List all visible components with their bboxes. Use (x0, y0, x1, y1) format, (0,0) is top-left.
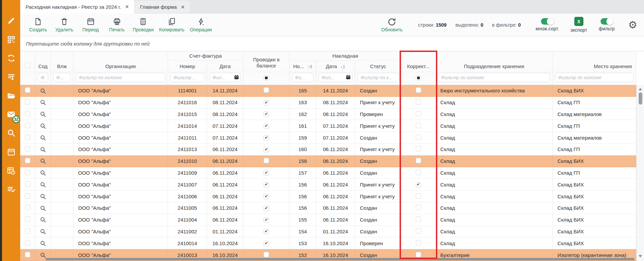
row-select-checkbox[interactable] (25, 228, 30, 234)
prov-checkbox[interactable] (264, 170, 269, 176)
table-row[interactable]: ООО "Альфа"241101608.11.202416308.11.202… (20, 97, 636, 109)
korr-checkbox[interactable] (416, 158, 421, 163)
gear-icon[interactable]: ⚙ (628, 20, 637, 30)
select-all-checkbox[interactable] (25, 63, 30, 68)
filter-input-org[interactable] (76, 73, 165, 82)
table-row[interactable]: ООО "Альфа"241100706.11.202415606.11.202… (20, 179, 636, 191)
prov-checkbox[interactable] (264, 206, 269, 211)
korr-checkbox[interactable] (416, 111, 421, 116)
sidebar-item-mail[interactable]: 32 (2, 105, 20, 124)
sidebar-item-edit[interactable] (2, 11, 20, 30)
filter-input-podr[interactable] (438, 73, 550, 82)
sidebar-item-codes[interactable] (2, 30, 20, 49)
sidebar-item-tasks[interactable] (2, 180, 20, 199)
table-row[interactable]: ООО "Альфа"241101306.11.202416006.11.202… (20, 144, 636, 155)
korr-checkbox[interactable] (416, 123, 421, 128)
row-select-checkbox[interactable] (25, 170, 30, 175)
magnifier-icon[interactable] (40, 123, 46, 129)
row-select-checkbox[interactable] (25, 99, 30, 105)
magnifier-icon[interactable] (40, 205, 46, 211)
filter-input-mesto[interactable] (555, 73, 634, 82)
korr-checkbox[interactable] (416, 182, 421, 187)
column-header-mesto[interactable]: Место хранения (553, 51, 636, 72)
filter-input-vlzh[interactable] (53, 73, 71, 82)
prov-checkbox[interactable] (264, 241, 269, 246)
prov-checkbox[interactable] (264, 112, 269, 117)
table-row[interactable]: ООО "Альфа"241001416.10.202415316.10.202… (20, 237, 636, 249)
row-select-checkbox[interactable] (25, 135, 30, 140)
postings-button[interactable]: Проводки (133, 17, 154, 32)
table-row[interactable]: ООО "Альфа"241100906.11.202415706.11.202… (20, 167, 636, 179)
magnifier-icon[interactable] (40, 135, 46, 141)
print-button[interactable]: Печать (106, 17, 127, 32)
korr-checkbox[interactable] (416, 205, 421, 210)
table-row[interactable]: ООО "Альфа"241100506.11.202415606.11.202… (20, 202, 636, 214)
magnifier-icon[interactable] (40, 181, 46, 188)
prov-checkbox[interactable] (264, 147, 269, 152)
prov-checkbox[interactable] (264, 218, 269, 223)
row-select-checkbox[interactable] (25, 146, 30, 151)
row-select-checkbox[interactable] (25, 87, 30, 93)
tab-invoice-register[interactable]: Расходная накладная - Реестр за 2024 г. … (20, 0, 134, 13)
bool-filter-checkbox[interactable] (416, 75, 421, 81)
korr-checkbox[interactable] (416, 99, 421, 105)
row-select-checkbox[interactable] (25, 193, 30, 199)
scrollbar-thumb[interactable] (639, 92, 642, 105)
row-select-checkbox[interactable] (25, 216, 30, 222)
sidebar-item-calendar[interactable] (2, 143, 20, 162)
magnifier-icon[interactable] (40, 111, 46, 117)
row-select-checkbox[interactable] (25, 252, 30, 257)
filter-toggle[interactable]: фильтр (599, 18, 615, 31)
korr-checkbox[interactable] (416, 240, 421, 245)
prov-checkbox[interactable] (264, 100, 269, 106)
export-button[interactable]: X экспорт (571, 17, 587, 33)
column-header-sf_date[interactable]: Дата (207, 61, 243, 72)
bool-filter-checkbox[interactable] (264, 75, 269, 81)
table-row[interactable]: ООО "Альфа"111400114.11.202416514.11.202… (20, 85, 636, 97)
sidebar-item-import[interactable] (2, 68, 20, 87)
vertical-scrollbar[interactable] (636, 85, 644, 261)
horizontal-scrollbar[interactable] (45, 258, 635, 260)
row-select-checkbox[interactable] (25, 181, 30, 187)
row-select-checkbox[interactable] (25, 123, 30, 128)
close-icon[interactable]: ✕ (125, 4, 129, 9)
column-header-sf_num[interactable]: Номер (168, 61, 207, 72)
filter-input-sf_num[interactable] (170, 73, 204, 82)
magnifier-icon[interactable] (40, 170, 46, 176)
korr-checkbox[interactable] (416, 193, 421, 199)
sidebar-item-search[interactable] (2, 124, 20, 143)
magnifier-icon[interactable] (40, 240, 46, 246)
multisort-toggle[interactable]: множ.сорт. (536, 18, 559, 31)
table-row[interactable]: ООО "Альфа"241101508.11.202416208.11.202… (20, 109, 636, 120)
prov-checkbox[interactable] (264, 135, 269, 141)
close-icon[interactable]: ✕ (181, 4, 185, 10)
prov-checkbox[interactable] (264, 252, 269, 257)
korr-checkbox[interactable] (416, 252, 421, 257)
row-select-checkbox[interactable] (25, 240, 30, 245)
sidebar-item-sync[interactable] (2, 49, 20, 68)
column-header-podr[interactable]: Подразделение хранения (436, 51, 553, 72)
prov-checkbox[interactable] (264, 182, 269, 187)
scroll-up-icon[interactable] (639, 88, 642, 90)
filter-input-sod[interactable] (38, 73, 48, 82)
magnifier-icon[interactable] (40, 216, 46, 223)
table-row[interactable]: ООО "Альфа"241101407.11.202416107.11.202… (20, 120, 636, 132)
delete-button[interactable]: Удалить (54, 17, 75, 32)
table-row[interactable]: ООО "Альфа"241100606.11.202415606.11.202… (20, 191, 636, 202)
prov-checkbox[interactable] (264, 194, 269, 199)
korr-checkbox[interactable] (416, 216, 421, 222)
prov-checkbox[interactable] (264, 158, 269, 163)
copy-button[interactable]: Копировать (159, 17, 184, 32)
row-select-checkbox[interactable] (25, 111, 30, 116)
prov-checkbox[interactable] (264, 229, 269, 234)
filter-input-n_num[interactable] (292, 73, 313, 82)
prov-checkbox[interactable] (264, 123, 269, 129)
magnifier-icon[interactable] (40, 158, 46, 164)
magnifier-icon[interactable] (40, 88, 46, 94)
table-row[interactable]: ООО "Альфа"241100201.11.202415401.11.202… (20, 226, 636, 238)
prov-checkbox[interactable] (264, 87, 269, 93)
magnifier-icon[interactable] (40, 252, 46, 258)
korr-checkbox[interactable] (416, 146, 421, 151)
column-header-sod[interactable]: Сод (35, 51, 51, 72)
filter-input-status[interactable] (358, 73, 399, 82)
